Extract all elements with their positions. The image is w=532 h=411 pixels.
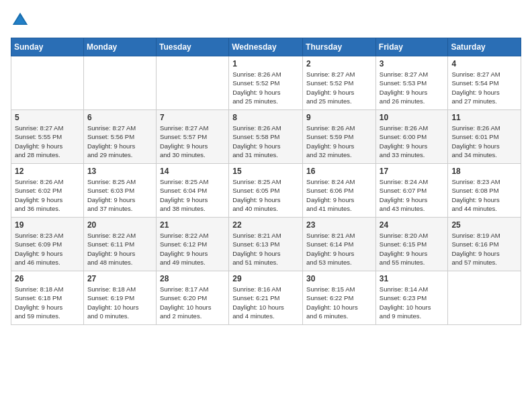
day-number: 27 xyxy=(87,274,152,283)
day-number: 19 xyxy=(15,220,80,230)
week-row-1: 1Sunrise: 8:26 AM Sunset: 5:52 PM Daylig… xyxy=(11,56,521,110)
day-cell: 14Sunrise: 8:25 AM Sunset: 6:04 PM Dayli… xyxy=(156,164,228,218)
day-number: 21 xyxy=(160,220,225,230)
day-info: Sunrise: 8:27 AM Sunset: 5:57 PM Dayligh… xyxy=(160,124,225,159)
day-number: 25 xyxy=(451,220,517,230)
day-info: Sunrise: 8:18 AM Sunset: 6:18 PM Dayligh… xyxy=(15,285,80,320)
day-info: Sunrise: 8:20 AM Sunset: 6:15 PM Dayligh… xyxy=(380,231,445,267)
day-number: 18 xyxy=(451,167,517,176)
day-info: Sunrise: 8:14 AM Sunset: 6:23 PM Dayligh… xyxy=(380,285,445,320)
day-cell xyxy=(448,271,521,325)
day-info: Sunrise: 8:22 AM Sunset: 6:11 PM Dayligh… xyxy=(87,231,152,267)
day-info: Sunrise: 8:26 AM Sunset: 5:52 PM Dayligh… xyxy=(232,70,299,105)
day-info: Sunrise: 8:23 AM Sunset: 6:09 PM Dayligh… xyxy=(15,231,80,267)
week-row-2: 5Sunrise: 8:27 AM Sunset: 5:55 PM Daylig… xyxy=(11,110,521,164)
logo xyxy=(11,11,32,30)
col-header-saturday: Saturday xyxy=(448,38,521,56)
page: SundayMondayTuesdayWednesdayThursdayFrid… xyxy=(0,0,532,411)
week-row-5: 26Sunrise: 8:18 AM Sunset: 6:18 PM Dayli… xyxy=(11,271,521,325)
day-info: Sunrise: 8:18 AM Sunset: 6:19 PM Dayligh… xyxy=(87,285,152,320)
day-cell xyxy=(83,56,156,110)
col-header-wednesday: Wednesday xyxy=(229,38,303,56)
day-info: Sunrise: 8:26 AM Sunset: 5:59 PM Dayligh… xyxy=(306,124,372,159)
day-info: Sunrise: 8:24 AM Sunset: 6:06 PM Dayligh… xyxy=(306,177,372,213)
day-info: Sunrise: 8:26 AM Sunset: 6:00 PM Dayligh… xyxy=(380,124,445,159)
day-number: 16 xyxy=(306,167,372,176)
day-info: Sunrise: 8:27 AM Sunset: 5:55 PM Dayligh… xyxy=(15,124,80,159)
day-number: 8 xyxy=(232,113,299,122)
day-number: 4 xyxy=(451,59,517,68)
day-cell: 29Sunrise: 8:16 AM Sunset: 6:21 PM Dayli… xyxy=(229,271,303,325)
day-number: 29 xyxy=(232,274,299,283)
day-info: Sunrise: 8:22 AM Sunset: 6:12 PM Dayligh… xyxy=(160,231,225,267)
day-cell: 19Sunrise: 8:23 AM Sunset: 6:09 PM Dayli… xyxy=(11,218,84,271)
day-cell: 17Sunrise: 8:24 AM Sunset: 6:07 PM Dayli… xyxy=(375,164,448,218)
day-cell: 7Sunrise: 8:27 AM Sunset: 5:57 PM Daylig… xyxy=(156,110,228,164)
day-number: 10 xyxy=(380,113,445,122)
week-row-4: 19Sunrise: 8:23 AM Sunset: 6:09 PM Dayli… xyxy=(11,218,521,271)
logo-icon xyxy=(11,11,30,30)
day-number: 6 xyxy=(87,113,152,122)
day-cell: 11Sunrise: 8:26 AM Sunset: 6:01 PM Dayli… xyxy=(448,110,521,164)
day-cell: 23Sunrise: 8:21 AM Sunset: 6:14 PM Dayli… xyxy=(303,218,376,271)
day-info: Sunrise: 8:25 AM Sunset: 6:04 PM Dayligh… xyxy=(160,177,225,213)
day-cell: 22Sunrise: 8:21 AM Sunset: 6:13 PM Dayli… xyxy=(229,218,303,271)
day-info: Sunrise: 8:26 AM Sunset: 6:01 PM Dayligh… xyxy=(451,124,517,159)
col-header-friday: Friday xyxy=(375,38,448,56)
day-cell: 26Sunrise: 8:18 AM Sunset: 6:18 PM Dayli… xyxy=(11,271,84,325)
day-cell: 28Sunrise: 8:17 AM Sunset: 6:20 PM Dayli… xyxy=(156,271,228,325)
day-cell: 18Sunrise: 8:23 AM Sunset: 6:08 PM Dayli… xyxy=(448,164,521,218)
col-header-tuesday: Tuesday xyxy=(156,38,228,56)
day-number: 15 xyxy=(232,167,299,176)
day-cell xyxy=(156,56,228,110)
day-cell: 10Sunrise: 8:26 AM Sunset: 6:00 PM Dayli… xyxy=(375,110,448,164)
day-info: Sunrise: 8:23 AM Sunset: 6:08 PM Dayligh… xyxy=(451,177,517,213)
day-number: 22 xyxy=(232,220,299,230)
calendar: SundayMondayTuesdayWednesdayThursdayFrid… xyxy=(11,38,521,325)
day-cell: 30Sunrise: 8:15 AM Sunset: 6:22 PM Dayli… xyxy=(303,271,376,325)
day-number: 9 xyxy=(306,113,372,122)
day-info: Sunrise: 8:25 AM Sunset: 6:05 PM Dayligh… xyxy=(232,177,299,213)
day-cell: 8Sunrise: 8:26 AM Sunset: 5:58 PM Daylig… xyxy=(229,110,303,164)
day-cell: 6Sunrise: 8:27 AM Sunset: 5:56 PM Daylig… xyxy=(83,110,156,164)
day-number: 20 xyxy=(87,220,152,230)
day-number: 2 xyxy=(306,59,372,68)
day-number: 13 xyxy=(87,167,152,176)
day-cell: 4Sunrise: 8:27 AM Sunset: 5:54 PM Daylig… xyxy=(448,56,521,110)
calendar-header-row: SundayMondayTuesdayWednesdayThursdayFrid… xyxy=(11,38,521,56)
day-info: Sunrise: 8:27 AM Sunset: 5:56 PM Dayligh… xyxy=(87,124,152,159)
day-cell: 3Sunrise: 8:27 AM Sunset: 5:53 PM Daylig… xyxy=(375,56,448,110)
day-number: 30 xyxy=(306,274,372,283)
day-number: 11 xyxy=(451,113,517,122)
day-cell: 24Sunrise: 8:20 AM Sunset: 6:15 PM Dayli… xyxy=(375,218,448,271)
day-info: Sunrise: 8:26 AM Sunset: 5:58 PM Dayligh… xyxy=(232,124,299,159)
day-info: Sunrise: 8:19 AM Sunset: 6:16 PM Dayligh… xyxy=(451,231,517,267)
day-info: Sunrise: 8:27 AM Sunset: 5:54 PM Dayligh… xyxy=(451,70,517,105)
day-info: Sunrise: 8:27 AM Sunset: 5:52 PM Dayligh… xyxy=(306,70,372,105)
day-info: Sunrise: 8:15 AM Sunset: 6:22 PM Dayligh… xyxy=(306,285,372,320)
day-cell: 2Sunrise: 8:27 AM Sunset: 5:52 PM Daylig… xyxy=(303,56,376,110)
day-cell: 16Sunrise: 8:24 AM Sunset: 6:06 PM Dayli… xyxy=(303,164,376,218)
day-cell: 12Sunrise: 8:26 AM Sunset: 6:02 PM Dayli… xyxy=(11,164,84,218)
day-number: 7 xyxy=(160,113,225,122)
day-cell: 27Sunrise: 8:18 AM Sunset: 6:19 PM Dayli… xyxy=(83,271,156,325)
day-number: 23 xyxy=(306,220,372,230)
col-header-sunday: Sunday xyxy=(11,38,84,56)
day-cell: 21Sunrise: 8:22 AM Sunset: 6:12 PM Dayli… xyxy=(156,218,228,271)
day-cell: 9Sunrise: 8:26 AM Sunset: 5:59 PM Daylig… xyxy=(303,110,376,164)
day-info: Sunrise: 8:27 AM Sunset: 5:53 PM Dayligh… xyxy=(380,70,445,105)
day-cell: 15Sunrise: 8:25 AM Sunset: 6:05 PM Dayli… xyxy=(229,164,303,218)
day-info: Sunrise: 8:24 AM Sunset: 6:07 PM Dayligh… xyxy=(380,177,445,213)
day-number: 28 xyxy=(160,274,225,283)
day-cell xyxy=(11,56,84,110)
day-cell: 1Sunrise: 8:26 AM Sunset: 5:52 PM Daylig… xyxy=(229,56,303,110)
day-info: Sunrise: 8:21 AM Sunset: 6:14 PM Dayligh… xyxy=(306,231,372,267)
day-cell: 5Sunrise: 8:27 AM Sunset: 5:55 PM Daylig… xyxy=(11,110,84,164)
day-number: 3 xyxy=(380,59,445,68)
day-info: Sunrise: 8:16 AM Sunset: 6:21 PM Dayligh… xyxy=(232,285,299,320)
day-number: 17 xyxy=(380,167,445,176)
header xyxy=(11,11,521,30)
day-number: 1 xyxy=(232,59,299,68)
day-number: 24 xyxy=(380,220,445,230)
day-cell: 13Sunrise: 8:25 AM Sunset: 6:03 PM Dayli… xyxy=(83,164,156,218)
